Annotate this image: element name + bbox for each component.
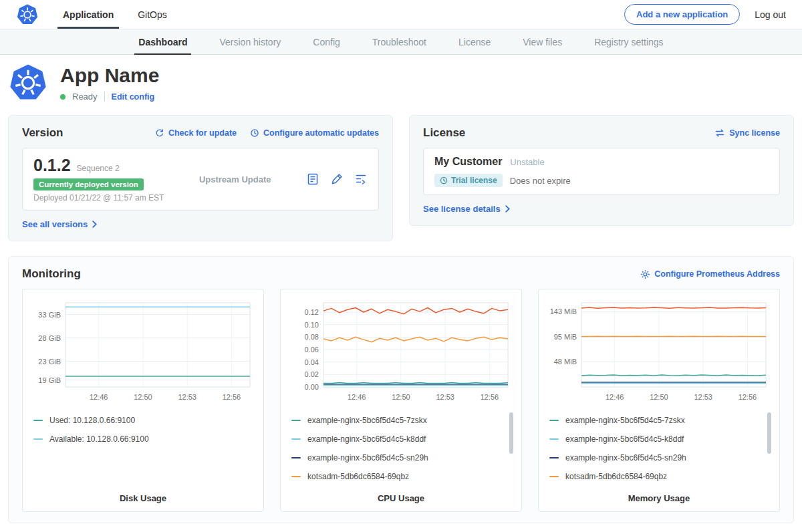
svg-text:12:50: 12:50 bbox=[392, 393, 410, 401]
status-text: Ready bbox=[72, 92, 98, 102]
tab-troubleshoot[interactable]: Troubleshoot bbox=[356, 29, 442, 54]
version-card-links: Check for update Configure automatic upd… bbox=[155, 128, 379, 138]
release-notes-icon[interactable] bbox=[306, 172, 319, 186]
license-card-title: License bbox=[423, 126, 465, 140]
svg-text:95 MiB: 95 MiB bbox=[554, 333, 577, 341]
license-channel: Unstable bbox=[510, 157, 544, 167]
disk-usage-panel: 33 GiB28 GiB23 GiB19 GiB12:4612:5012:531… bbox=[22, 289, 264, 512]
svg-text:12:53: 12:53 bbox=[178, 393, 196, 401]
chevron-right-icon bbox=[505, 205, 510, 213]
svg-text:0.10: 0.10 bbox=[305, 321, 319, 329]
legend-label: kotsadm-5db6dc6584-69qbz bbox=[307, 472, 409, 481]
svg-text:33 GiB: 33 GiB bbox=[38, 311, 61, 319]
nav-tab-application[interactable]: Application bbox=[51, 0, 126, 29]
charts-row: 33 GiB28 GiB23 GiB19 GiB12:4612:5012:531… bbox=[22, 289, 780, 512]
app-icon bbox=[8, 63, 48, 103]
see-all-versions-label: See all versions bbox=[22, 219, 88, 229]
tab-config[interactable]: Config bbox=[297, 29, 356, 54]
svg-text:12:46: 12:46 bbox=[90, 393, 108, 401]
svg-text:0.04: 0.04 bbox=[305, 358, 319, 366]
upstream-update-label: Upstream Update bbox=[199, 174, 271, 184]
legend-label: Available: 10.128.0.66:9100 bbox=[49, 434, 149, 444]
svg-text:0.00: 0.00 bbox=[305, 383, 319, 391]
svg-text:12:50: 12:50 bbox=[134, 393, 152, 401]
legend-scrollbar[interactable] bbox=[509, 412, 513, 454]
edit-config-link[interactable]: Edit config bbox=[112, 92, 155, 102]
svg-text:143 MiB: 143 MiB bbox=[550, 307, 577, 315]
legend-item: example-nginx-5bc6f5d4c5-7zskx bbox=[291, 411, 511, 430]
tab-view-files[interactable]: View files bbox=[507, 29, 578, 54]
memory-usage-chart: 143 MiB95 MiB48 MiB12:4612:5012:5312:56 bbox=[547, 297, 771, 404]
monitoring-card-head: Monitoring Configure Prometheus Address bbox=[22, 267, 780, 281]
sync-license-link[interactable]: Sync license bbox=[714, 128, 780, 138]
clock-icon bbox=[440, 176, 448, 184]
configure-automatic-updates-link[interactable]: Configure automatic updates bbox=[250, 128, 379, 138]
legend-item: kotsadm-5db6dc6584-69qbz bbox=[549, 467, 769, 486]
legend-label: example-nginx-5bc6f5d4c5-k8ddf bbox=[565, 434, 684, 444]
legend-color-dash bbox=[549, 420, 559, 421]
add-application-button[interactable]: Add a new application bbox=[624, 4, 740, 25]
chevron-right-icon bbox=[92, 221, 97, 228]
svg-text:12:56: 12:56 bbox=[739, 393, 757, 401]
svg-text:23 GiB: 23 GiB bbox=[38, 358, 61, 366]
see-license-details-label: See license details bbox=[423, 204, 501, 214]
legend-color-dash bbox=[33, 438, 43, 440]
legend-color-dash bbox=[549, 438, 559, 440]
deployed-badge: Currently deployed version bbox=[33, 178, 144, 190]
disk-usage-chart: 33 GiB28 GiB23 GiB19 GiB12:4612:5012:531… bbox=[31, 297, 255, 404]
deploy-logs-icon[interactable] bbox=[354, 172, 368, 186]
tab-registry-settings[interactable]: Registry settings bbox=[578, 29, 679, 54]
svg-text:28 GiB: 28 GiB bbox=[38, 334, 61, 342]
check-for-update-link[interactable]: Check for update bbox=[155, 128, 237, 138]
tab-license[interactable]: License bbox=[442, 29, 507, 54]
app-header-text: App Name Ready Edit config bbox=[60, 63, 159, 102]
legend-item: example-nginx-5bc6f5d4c5-k8ddf bbox=[291, 430, 511, 448]
cpu-usage-legend: example-nginx-5bc6f5d4c5-7zskxexample-ng… bbox=[289, 411, 513, 487]
license-box: My Customer Unstable Trial license Does … bbox=[423, 148, 780, 195]
tab-version-history[interactable]: Version history bbox=[203, 29, 297, 54]
app-header: App Name Ready Edit config bbox=[8, 55, 794, 115]
legend-color-dash bbox=[549, 476, 559, 477]
topnav-right: Add a new application Log out bbox=[624, 4, 786, 25]
legend-color-dash bbox=[291, 476, 301, 477]
monitoring-title: Monitoring bbox=[22, 267, 81, 281]
app-title: App Name bbox=[60, 64, 159, 87]
divider bbox=[104, 92, 105, 102]
svg-text:12:53: 12:53 bbox=[694, 393, 712, 401]
chart-title: CPU Usage bbox=[289, 487, 513, 503]
cpu-usage-panel: 0.120.100.080.060.040.020.0012:4612:5012… bbox=[280, 289, 522, 512]
legend-color-dash bbox=[291, 420, 301, 421]
license-expiration: Does not expire bbox=[510, 176, 571, 186]
see-license-details-link[interactable]: See license details bbox=[423, 204, 510, 214]
memory-usage-panel: 143 MiB95 MiB48 MiB12:4612:5012:5312:56 … bbox=[538, 289, 780, 512]
svg-text:48 MiB: 48 MiB bbox=[554, 358, 577, 366]
legend-item: Available: 10.128.0.66:9100 bbox=[33, 430, 253, 448]
tab-dashboard[interactable]: Dashboard bbox=[122, 29, 203, 54]
svg-text:0.12: 0.12 bbox=[305, 308, 319, 316]
logout-link[interactable]: Log out bbox=[755, 9, 786, 20]
version-card-head: Version Check for update Configure autom… bbox=[22, 126, 379, 140]
sync-license-label: Sync license bbox=[729, 128, 780, 138]
configure-prometheus-link[interactable]: Configure Prometheus Address bbox=[640, 269, 780, 279]
top-navbar: Application GitOps Add a new application… bbox=[0, 0, 802, 29]
sequence-label: Sequence 2 bbox=[77, 164, 120, 173]
disk-usage-legend: Used: 10.128.0.66:9100Available: 10.128.… bbox=[31, 411, 255, 487]
deployed-timestamp: Deployed 01/21/22 @ 11:57 am EST bbox=[33, 193, 164, 203]
gear-icon bbox=[640, 269, 650, 279]
license-type-badge: Trial license bbox=[434, 174, 503, 187]
version-card-title: Version bbox=[22, 126, 63, 140]
see-all-versions-link[interactable]: See all versions bbox=[22, 219, 97, 229]
cpu-usage-chart: 0.120.100.080.060.040.020.0012:4612:5012… bbox=[289, 297, 513, 404]
kubernetes-logo-icon[interactable] bbox=[16, 3, 39, 26]
memory-usage-legend: example-nginx-5bc6f5d4c5-7zskxexample-ng… bbox=[547, 411, 771, 487]
cards-row: Version Check for update Configure autom… bbox=[8, 115, 794, 241]
nav-tab-gitops[interactable]: GitOps bbox=[126, 0, 179, 29]
legend-item: Used: 10.128.0.66:9100 bbox=[33, 411, 253, 430]
chart-title: Disk Usage bbox=[31, 487, 255, 503]
app-subnav: Dashboard Version history Config Trouble… bbox=[0, 29, 802, 55]
legend-item: kotsadm-5db6dc6584-69qbz bbox=[291, 467, 511, 486]
topnav-left: Application GitOps bbox=[16, 0, 179, 29]
legend-color-dash bbox=[549, 457, 559, 458]
edit-config-icon[interactable] bbox=[330, 172, 344, 186]
legend-scrollbar[interactable] bbox=[767, 412, 771, 454]
